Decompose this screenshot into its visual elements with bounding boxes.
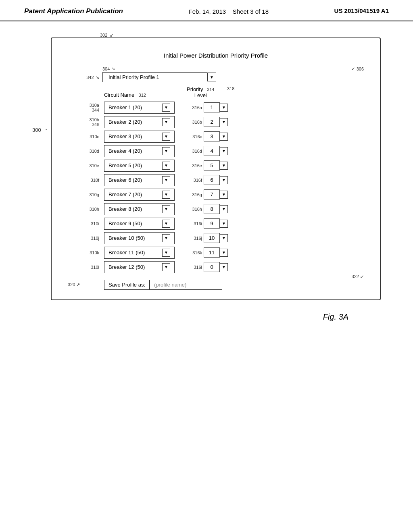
breaker-input-4[interactable]: Breaker 5 (20) ▼ <box>104 160 175 172</box>
breaker-dropdown-arrow-8[interactable]: ▼ <box>162 220 170 228</box>
breaker-dropdown-arrow-2[interactable]: ▼ <box>162 133 170 141</box>
breaker-dropdown-arrow-3[interactable]: ▼ <box>162 147 170 155</box>
table-row: 310d Breaker 4 (20) ▼ 316d 4 ▼ <box>68 145 364 157</box>
table-row: 310j Breaker 10 (50) ▼ 316j 10 ▼ <box>68 232 364 244</box>
breaker-row-ref-310b: 310b 346 <box>68 117 104 127</box>
priority-ref-316a: 316a <box>187 105 202 110</box>
priority-header-1: Priority <box>187 86 203 92</box>
priority-group-2: 316c 3 ▼ <box>187 131 228 141</box>
priority-input-9[interactable]: 10 <box>204 233 220 243</box>
breaker-dropdown-arrow-9[interactable]: ▼ <box>162 234 170 242</box>
priority-group-8: 316i 9 ▼ <box>187 218 228 229</box>
breaker-row-ref-310i: 310i <box>68 221 104 226</box>
table-row: 310i Breaker 9 (50) ▼ 316i 9 ▼ <box>68 218 364 230</box>
priority-ref-316k: 316k <box>187 250 202 255</box>
priority-input-4[interactable]: 5 <box>204 160 220 170</box>
breakers-list: 310a 344 Breaker 1 (20) ▼ 316a 1 ▼ 310b … <box>68 102 364 273</box>
breaker-input-9[interactable]: Breaker 10 (50) ▼ <box>104 232 175 244</box>
priority-input-3[interactable]: 4 <box>204 146 220 156</box>
breaker-input-6[interactable]: Breaker 7 (20) ▼ <box>104 189 175 201</box>
priority-input-2[interactable]: 3 <box>204 131 220 141</box>
breaker-dropdown-arrow-4[interactable]: ▼ <box>162 162 170 170</box>
breaker-input-1[interactable]: Breaker 2 (20) ▼ <box>104 116 175 128</box>
profile-name-placeholder: (profile name) <box>154 282 186 288</box>
profile-section: 304 ↘ ↙ 306 342 ↘ Initial Priority Profi… <box>68 66 364 82</box>
priority-dropdown-arrow-1[interactable]: ▼ <box>220 118 228 126</box>
breaker-row-ref-310f: 310f <box>68 178 104 183</box>
priority-input-10[interactable]: 11 <box>204 247 220 258</box>
ref-318: 318 <box>227 86 234 91</box>
fig-label: Fig. 3A <box>32 312 381 322</box>
publication-type: Patent Application Publication <box>24 7 123 15</box>
breaker-dropdown-arrow-5[interactable]: ▼ <box>162 176 170 184</box>
priority-dropdown-arrow-8[interactable]: ▼ <box>220 220 228 228</box>
priority-dropdown-arrow-4[interactable]: ▼ <box>220 162 228 170</box>
priority-group-5: 316f 6 ▼ <box>187 175 228 185</box>
breaker-input-8[interactable]: Breaker 9 (50) ▼ <box>104 218 175 230</box>
breaker-row-ref-310j: 310j <box>68 236 104 241</box>
priority-ref-316c: 316c <box>187 134 202 139</box>
breaker-dropdown-arrow-1[interactable]: ▼ <box>162 118 170 126</box>
priority-group-3: 316d 4 ▼ <box>187 146 228 156</box>
breaker-input-5[interactable]: Breaker 6 (20) ▼ <box>104 174 175 186</box>
diagram-box: 302 ↙ Initial Power Distribution Priorit… <box>51 37 381 300</box>
priority-input-8[interactable]: 9 <box>204 218 220 229</box>
priority-input-11[interactable]: 0 <box>204 262 220 272</box>
breaker-input-11[interactable]: Breaker 12 (50) ▼ <box>104 261 175 273</box>
table-row: 310l Breaker 12 (50) ▼ 316l 0 ▼ <box>68 261 364 273</box>
priority-ref-316h: 316h <box>187 207 202 212</box>
breaker-row-ref-310d: 310d <box>68 149 104 154</box>
breaker-input-3[interactable]: Breaker 4 (20) ▼ <box>104 145 175 157</box>
priority-input-0[interactable]: 1 <box>204 102 220 112</box>
pub-date: Feb. 14, 2013 <box>189 8 226 15</box>
breaker-input-7[interactable]: Breaker 8 (20) ▼ <box>104 203 175 215</box>
breaker-input-10[interactable]: Breaker 11 (50) ▼ <box>104 247 175 259</box>
priority-dropdown-arrow-6[interactable]: ▼ <box>220 191 228 199</box>
priority-dropdown-arrow-5[interactable]: ▼ <box>220 176 228 184</box>
priority-dropdown-arrow-3[interactable]: ▼ <box>220 147 228 155</box>
save-row: 320 ↗ Save Profile as: (profile name) 32… <box>68 280 364 290</box>
priority-group-7: 316h 8 ▼ <box>187 204 228 214</box>
priority-ref-316j: 316j <box>187 236 202 241</box>
table-row: 310g Breaker 7 (20) ▼ 316g 7 ▼ <box>68 189 364 201</box>
breaker-dropdown-arrow-0[interactable]: ▼ <box>162 104 170 112</box>
priority-group-0: 316a 1 ▼ <box>187 102 228 112</box>
circuit-name-header: Circuit Name <box>104 92 134 98</box>
breaker-input-2[interactable]: Breaker 3 (20) ▼ <box>104 131 175 143</box>
breaker-dropdown-arrow-7[interactable]: ▼ <box>162 205 170 213</box>
ref-300: 300 <box>32 127 41 133</box>
breaker-dropdown-arrow-6[interactable]: ▼ <box>162 191 170 199</box>
priority-dropdown-arrow-11[interactable]: ▼ <box>220 263 228 271</box>
ref-304: 304 <box>102 66 110 71</box>
breaker-input-0[interactable]: Breaker 1 (20) ▼ <box>104 102 175 114</box>
ref-312: 312 <box>139 93 146 98</box>
priority-group-9: 316j 10 ▼ <box>187 233 228 243</box>
breaker-dropdown-arrow-10[interactable]: ▼ <box>162 249 170 257</box>
table-row: 310b 346 Breaker 2 (20) ▼ 316b 2 ▼ <box>68 116 364 128</box>
priority-dropdown-arrow-7[interactable]: ▼ <box>220 205 228 213</box>
breaker-dropdown-arrow-11[interactable]: ▼ <box>162 263 170 271</box>
profile-selector-input[interactable]: Initial Priority Profile 1 <box>102 72 207 82</box>
priority-dropdown-arrow-10[interactable]: ▼ <box>220 249 228 257</box>
priority-ref-316d: 316d <box>187 149 202 154</box>
table-row: 310a 344 Breaker 1 (20) ▼ 316a 1 ▼ <box>68 102 364 114</box>
priority-input-1[interactable]: 2 <box>204 117 220 127</box>
priority-input-6[interactable]: 7 <box>204 189 220 200</box>
priority-dropdown-arrow-2[interactable]: ▼ <box>220 133 228 141</box>
priority-dropdown-arrow-0[interactable]: ▼ <box>220 104 228 112</box>
priority-header-2: Level <box>194 92 207 98</box>
ref-322: 322 <box>352 274 359 279</box>
priority-dropdown-arrow-9[interactable]: ▼ <box>220 234 228 242</box>
profile-dropdown-arrow[interactable]: ▼ <box>207 73 216 81</box>
table-row: 310e Breaker 5 (20) ▼ 316e 5 ▼ <box>68 160 364 172</box>
table-row: 310k Breaker 11 (50) ▼ 316k 11 ▼ <box>68 247 364 259</box>
ref-306: 306 <box>357 66 364 71</box>
breaker-row-ref-310e: 310e <box>68 163 104 168</box>
patent-number: US 2013/041519 A1 <box>334 7 389 14</box>
priority-input-7[interactable]: 8 <box>204 204 220 214</box>
profile-name-input[interactable]: (profile name) <box>150 280 222 290</box>
breaker-row-ref-310h: 310h <box>68 207 104 212</box>
priority-ref-316i: 316i <box>187 221 202 226</box>
breaker-row-ref-310g: 310g <box>68 192 104 197</box>
priority-input-5[interactable]: 6 <box>204 175 220 185</box>
